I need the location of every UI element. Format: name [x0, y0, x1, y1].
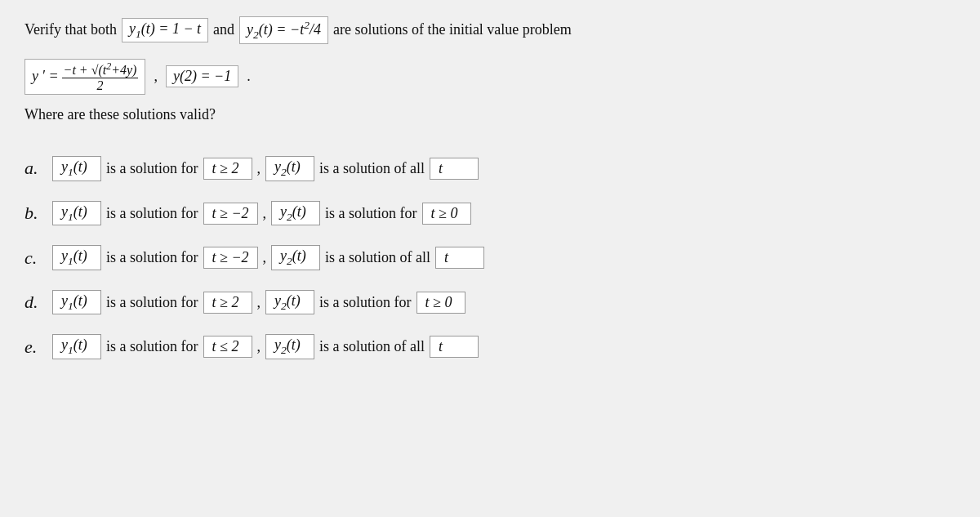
- option-b-y2-box: y2(t): [271, 201, 320, 226]
- option-e-y2-desc: is a solution of all: [319, 338, 425, 355]
- option-d-y1-box: y1(t): [52, 290, 101, 315]
- ode-line: y′ = −t + √(t2+4y) 2 , y(2) = −1 .: [24, 59, 956, 96]
- option-d-y2-domain-box: t ≥ 0: [416, 292, 466, 314]
- option-b-y2-domain-box: t ≥ 0: [422, 203, 471, 225]
- option-c-y2-domain-box: t: [435, 247, 484, 269]
- option-d-y2-desc: is a solution for: [319, 294, 412, 311]
- option-c-y1-expr: y1(t): [61, 247, 87, 268]
- option-e-y1-box: y1(t): [52, 334, 101, 359]
- ode-equation: y′ = −t + √(t2+4y) 2: [32, 61, 138, 93]
- option-d-y2-domain: t ≥ 0: [425, 294, 452, 311]
- comma-separator: ,: [154, 68, 158, 85]
- option-c-letter: c.: [24, 247, 47, 269]
- option-a-y1-desc: is a solution for: [106, 160, 198, 177]
- option-a-y1-domain: t ≥ 2: [212, 160, 239, 177]
- option-e-y2-box: y2(t): [265, 334, 314, 359]
- option-d-y2-expr: y2(t): [274, 292, 301, 313]
- option-a-y2-box: y2(t): [265, 156, 314, 181]
- option-a-y2-domain: t: [439, 160, 443, 177]
- option-e-y2-expr: y2(t): [274, 336, 301, 357]
- option-a[interactable]: a. y1(t) is a solution for t ≥ 2 , y2(t)…: [24, 146, 956, 191]
- option-c-y1-domain-box: t ≥ −2: [203, 247, 258, 269]
- option-c-y1-domain: t ≥ −2: [212, 249, 249, 266]
- option-e-y2-domain: t: [439, 338, 443, 355]
- options-section: a. y1(t) is a solution for t ≥ 2 , y2(t)…: [24, 146, 956, 369]
- option-d[interactable]: d. y1(t) is a solution for t ≥ 2 , y2(t)…: [24, 280, 956, 325]
- option-a-y1-domain-box: t ≥ 2: [203, 158, 252, 180]
- option-c-y1-box: y1(t): [52, 245, 101, 270]
- option-b-y2-desc: is a solution for: [325, 205, 417, 222]
- option-d-comma: ,: [257, 294, 261, 311]
- option-b-letter: b.: [24, 203, 47, 224]
- option-c-y2-box: y2(t): [271, 245, 320, 270]
- option-c-comma: ,: [263, 249, 267, 266]
- option-e-y1-desc: is a solution for: [106, 338, 198, 355]
- option-e-y1-expr: y1(t): [61, 336, 87, 357]
- ode-denominator: 2: [96, 78, 105, 93]
- option-e[interactable]: e. y1(t) is a solution for t ≤ 2 , y2(t)…: [24, 324, 956, 369]
- option-c-y2-expr: y2(t): [280, 247, 306, 268]
- option-e-letter: e.: [24, 336, 47, 358]
- period: .: [247, 68, 251, 85]
- initial-condition-box: y(2) = −1: [166, 65, 238, 87]
- option-d-y1-desc: is a solution for: [106, 294, 198, 311]
- header-suffix: are solutions of the initial value probl…: [333, 21, 572, 38]
- ode-equation-box: y′ = −t + √(t2+4y) 2: [24, 59, 145, 96]
- option-e-y2-domain-box: t: [430, 336, 479, 358]
- option-b-y1-expr: y1(t): [61, 203, 87, 224]
- option-e-y1-domain-box: t ≤ 2: [203, 336, 252, 358]
- option-b-y2-domain: t ≥ 0: [431, 205, 458, 222]
- where-question: Where are these solutions valid?: [24, 106, 956, 123]
- option-c-y2-domain: t: [444, 249, 448, 266]
- option-d-y1-domain: t ≥ 2: [212, 294, 239, 311]
- option-d-y2-box: y2(t): [265, 290, 314, 315]
- option-b-y2-expr: y2(t): [280, 203, 306, 224]
- option-e-y1-domain: t ≤ 2: [212, 338, 239, 355]
- option-b-y1-box: y1(t): [52, 201, 101, 226]
- option-b-y1-domain-box: t ≥ −2: [203, 203, 258, 225]
- option-d-y1-domain-box: t ≥ 2: [203, 292, 252, 314]
- header-prefix: Verify that both: [24, 21, 117, 38]
- option-b[interactable]: b. y1(t) is a solution for t ≥ −2 , y2(t…: [24, 191, 956, 236]
- option-c-y2-desc: is a solution of all: [325, 249, 430, 266]
- option-c[interactable]: c. y1(t) is a solution for t ≥ −2 , y2(t…: [24, 235, 956, 280]
- option-a-y1-box: y1(t): [52, 156, 101, 181]
- ode-numerator: −t + √(t2+4y): [62, 61, 139, 78]
- option-e-comma: ,: [257, 338, 261, 355]
- option-a-y2-desc: is a solution of all: [319, 160, 425, 177]
- option-c-y1-desc: is a solution for: [106, 249, 198, 266]
- option-a-letter: a.: [24, 158, 47, 179]
- option-a-y1-expr: y1(t): [61, 158, 87, 179]
- option-b-y1-desc: is a solution for: [106, 205, 198, 222]
- option-b-comma: ,: [263, 205, 267, 222]
- option-d-letter: d.: [24, 292, 47, 313]
- option-d-y1-expr: y1(t): [61, 292, 87, 313]
- y1-expression: y1(t) = 1 − t: [129, 20, 201, 41]
- conjunction: and: [213, 21, 234, 38]
- option-a-comma: ,: [257, 160, 261, 177]
- option-b-y1-domain: t ≥ −2: [212, 205, 249, 222]
- ode-fraction: −t + √(t2+4y) 2: [62, 61, 139, 93]
- option-a-y2-expr: y2(t): [274, 158, 301, 179]
- y1-expression-box: y1(t) = 1 − t: [122, 18, 208, 43]
- y2-expression: y2(t) = −t2/4: [247, 19, 321, 42]
- option-a-y2-domain-box: t: [430, 158, 479, 180]
- header-line: Verify that both y1(t) = 1 − t and y2(t)…: [24, 16, 956, 44]
- initial-condition: y(2) = −1: [173, 68, 231, 85]
- y2-expression-box: y2(t) = −t2/4: [239, 16, 328, 44]
